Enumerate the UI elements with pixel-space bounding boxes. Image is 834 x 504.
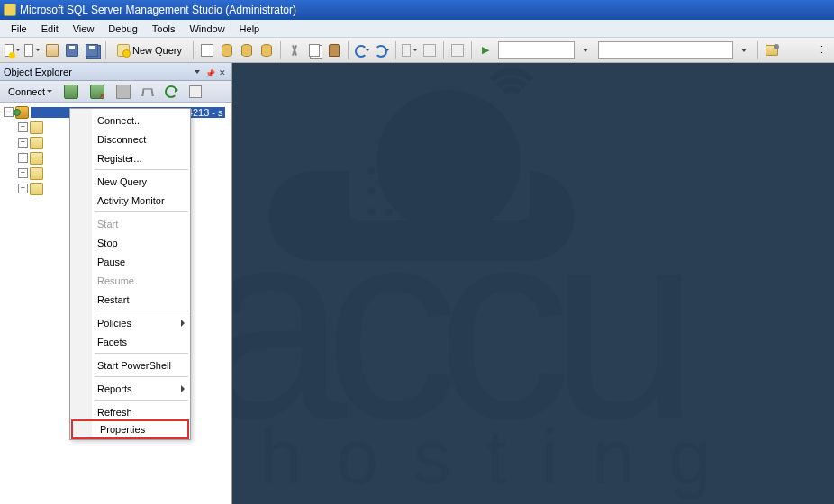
- connect-button[interactable]: Connect: [4, 85, 57, 99]
- expand-icon[interactable]: +: [18, 184, 28, 194]
- execute-button[interactable]: ▶: [476, 41, 494, 59]
- app-icon: [4, 4, 16, 16]
- server-connect-icon: [64, 85, 78, 99]
- toolbar-sep: [443, 41, 444, 59]
- toolbar-sep: [757, 41, 758, 59]
- pin-icon: [205, 68, 214, 76]
- menu-tools[interactable]: Tools: [145, 22, 183, 36]
- ctx-reports[interactable]: Reports: [70, 379, 190, 398]
- open-server-button[interactable]: [763, 41, 781, 59]
- menu-edit[interactable]: Edit: [34, 22, 66, 36]
- open-file-button[interactable]: [43, 41, 61, 59]
- save-all-button[interactable]: [83, 41, 101, 59]
- expand-icon[interactable]: +: [18, 138, 28, 148]
- toolbar-sep: [471, 41, 472, 59]
- ctx-register[interactable]: Register...: [70, 148, 190, 167]
- document-area: accu hosting: [232, 63, 834, 504]
- save-button[interactable]: [63, 41, 81, 59]
- stop-icon: [116, 85, 131, 99]
- new-query-button[interactable]: New Query: [111, 40, 188, 60]
- expand-icon[interactable]: +: [18, 122, 28, 132]
- menu-file[interactable]: File: [4, 22, 34, 36]
- ctx-connect[interactable]: Connect...: [70, 111, 190, 130]
- watermark-text-2: hosting: [259, 418, 746, 495]
- disconnect-server-button[interactable]: [86, 83, 109, 101]
- chevron-down-icon: [195, 70, 200, 74]
- chevron-down-icon: [741, 49, 747, 52]
- redo-button[interactable]: [373, 41, 391, 59]
- add-item-button[interactable]: [23, 41, 41, 59]
- ctx-pause[interactable]: Pause: [70, 252, 190, 271]
- ctx-start-powershell[interactable]: Start PowerShell: [70, 356, 190, 374]
- server-context-menu: Connect... Disconnect Register... New Qu…: [69, 108, 191, 440]
- expand-icon[interactable]: +: [18, 153, 28, 163]
- ctx-stop[interactable]: Stop: [70, 233, 190, 252]
- menu-window[interactable]: Window: [182, 22, 231, 36]
- cut-button[interactable]: [286, 41, 304, 59]
- ctx-start: Start: [70, 214, 190, 233]
- toolbar-sep: [348, 41, 349, 59]
- ctx-facets[interactable]: Facets: [70, 332, 190, 351]
- toolbar-sep: [193, 41, 194, 59]
- toolbar-overflow-button[interactable]: ⋮: [812, 41, 830, 59]
- pane-close-button[interactable]: [217, 67, 228, 77]
- undo-button[interactable]: [353, 41, 371, 59]
- menu-help[interactable]: Help: [232, 22, 267, 36]
- server-disconnect-icon: [90, 85, 104, 99]
- server-icon: [15, 106, 29, 119]
- ctx-new-query[interactable]: New Query: [70, 172, 190, 191]
- ctx-separator: [95, 212, 188, 212]
- menu-view[interactable]: View: [66, 22, 102, 36]
- pane-options-button[interactable]: [192, 67, 203, 77]
- activity-button[interactable]: [449, 41, 467, 59]
- paste-button[interactable]: [325, 41, 343, 59]
- pane-pin-button[interactable]: [204, 67, 215, 77]
- folder-icon: [30, 122, 43, 134]
- ctx-properties[interactable]: Properties: [71, 419, 189, 439]
- ctx-disconnect[interactable]: Disconnect: [70, 130, 190, 148]
- object-explorer-toolbar: Connect: [0, 81, 231, 103]
- combo-drop-2[interactable]: [735, 41, 753, 59]
- toolbar-sep: [395, 41, 396, 59]
- toolbar-sep: [105, 41, 106, 59]
- connect-server-button[interactable]: [59, 83, 83, 101]
- nav-fwd-button[interactable]: [421, 41, 439, 59]
- object-explorer-title: Object Explorer: [4, 67, 72, 77]
- ctx-policies[interactable]: Policies: [70, 313, 190, 332]
- collapse-icon[interactable]: −: [4, 107, 14, 117]
- expand-icon[interactable]: +: [18, 168, 28, 178]
- new-query-label: New Query: [132, 45, 182, 56]
- title-bar: Microsoft SQL Server Management Studio (…: [0, 0, 834, 20]
- window-title: Microsoft SQL Server Management Studio (…: [20, 4, 296, 16]
- database-combo[interactable]: [498, 41, 575, 59]
- nav-back-button[interactable]: [401, 41, 419, 59]
- props-button[interactable]: [185, 84, 206, 100]
- ctx-restart[interactable]: Restart: [70, 290, 190, 309]
- menu-bar: File Edit View Debug Tools Window Help: [0, 20, 834, 38]
- ctx-activity-monitor[interactable]: Activity Monitor: [70, 191, 190, 210]
- de-query-button[interactable]: [198, 41, 216, 59]
- ctx-separator: [95, 310, 188, 311]
- folder-icon: [30, 152, 43, 165]
- ctx-refresh[interactable]: Refresh: [70, 402, 190, 421]
- properties-icon: [189, 86, 202, 98]
- filter-icon: [141, 88, 154, 96]
- folder-icon: [30, 167, 43, 180]
- refresh-button[interactable]: [160, 84, 182, 100]
- ctx-separator: [95, 400, 188, 400]
- new-project-button[interactable]: [4, 41, 22, 59]
- folder-icon: [30, 183, 43, 195]
- toolbar-sep: [280, 41, 281, 59]
- dmx-query-button[interactable]: [238, 41, 256, 59]
- refresh-icon: [165, 86, 177, 98]
- xmla-query-button[interactable]: [258, 41, 276, 59]
- debug-target-combo[interactable]: [598, 41, 733, 59]
- copy-button[interactable]: [305, 41, 323, 59]
- chevron-down-icon: [47, 90, 52, 93]
- ctx-separator: [95, 169, 188, 170]
- menu-debug[interactable]: Debug: [101, 22, 144, 36]
- filter-button[interactable]: [138, 86, 158, 98]
- mdx-query-button[interactable]: [218, 41, 236, 59]
- combo-drop-1[interactable]: [576, 41, 594, 59]
- stop-button[interactable]: [112, 83, 135, 101]
